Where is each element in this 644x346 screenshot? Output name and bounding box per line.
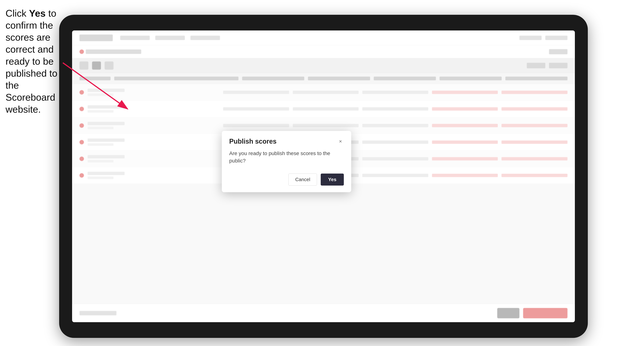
- modal-message: Are you ready to publish these scores to…: [229, 150, 344, 164]
- modal-header: Publish scores ×: [222, 131, 351, 150]
- modal-footer: Cancel Yes: [222, 170, 351, 192]
- modal-close-button[interactable]: ×: [337, 138, 344, 145]
- publish-scores-modal: Publish scores × Are you ready to publis…: [222, 131, 351, 192]
- tablet-device: Publish scores × Are you ready to publis…: [59, 15, 588, 338]
- modal-body: Are you ready to publish these scores to…: [222, 150, 351, 170]
- modal-overlay: Publish scores × Are you ready to publis…: [72, 30, 575, 322]
- instruction-text: Click Yes to confirm the scores are corr…: [6, 7, 59, 115]
- modal-title: Publish scores: [229, 138, 276, 145]
- yes-button[interactable]: Yes: [321, 173, 344, 185]
- cancel-button[interactable]: Cancel: [288, 173, 317, 185]
- tablet-screen: Publish scores × Are you ready to publis…: [72, 30, 575, 322]
